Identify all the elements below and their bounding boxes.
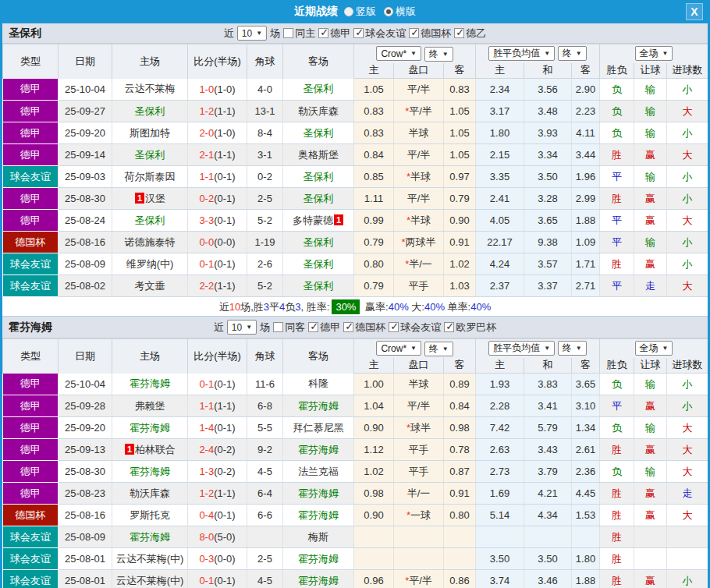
checkbox-icon[interactable] xyxy=(283,28,293,38)
odds-group-header: Crow*▼ 终▼ xyxy=(354,339,476,358)
avg-home-cell: 4.24 xyxy=(476,253,524,275)
league-checkbox[interactable]: 德国杯 xyxy=(409,27,451,41)
odds-away-cell: 0.90 xyxy=(444,210,476,232)
home-team-cell: 圣保利 xyxy=(112,101,188,122)
league-checkbox[interactable]: 球会友谊 xyxy=(389,321,441,335)
odds-stage-dropdown[interactable]: 终▼ xyxy=(424,342,453,356)
same-venue-checkbox[interactable]: 同主 xyxy=(283,27,315,41)
bookmaker-dropdown[interactable]: Crow*▼ xyxy=(376,46,421,61)
team-name: 奥格斯堡 xyxy=(298,149,339,161)
date-cell: 25-08-30 xyxy=(59,461,112,483)
home-team-cell: 1汉堡 xyxy=(112,188,188,210)
result-handicap-cell xyxy=(634,526,667,548)
summary-text: 场,胜 xyxy=(240,301,264,313)
result-wdl-cell: 胜 xyxy=(600,188,634,210)
type-cell: 球会友谊 xyxy=(3,548,59,570)
result-wdl-cell: 平 xyxy=(600,232,634,253)
result-handicap-cell: 输 xyxy=(634,166,667,188)
avg-stage-dropdown[interactable]: 终▼ xyxy=(558,46,587,61)
team-name: 圣保利 xyxy=(135,214,165,226)
corners-cell xyxy=(247,526,283,548)
handicap-text: 一球 xyxy=(410,509,431,521)
checkbox-label: 球会友谊 xyxy=(400,321,441,335)
halftime-score: (1-1) xyxy=(214,280,235,292)
odds-away-cell: 0.97 xyxy=(444,166,476,188)
home-team-cell: 云达不莱梅(中) xyxy=(112,548,188,570)
checkbox-icon[interactable] xyxy=(273,322,283,332)
checkbox-icon[interactable] xyxy=(409,28,419,38)
checkbox-icon[interactable] xyxy=(389,322,399,332)
avg-dropdown[interactable]: 胜平负均值▼ xyxy=(488,46,555,61)
avg-away-cell: 4.11 xyxy=(572,122,600,144)
odds-away-cell: 0.91 xyxy=(444,483,476,505)
result-handicap-cell: 赢 xyxy=(634,188,667,210)
league-checkbox[interactable]: 球会友谊 xyxy=(353,27,406,41)
col-date: 日期 xyxy=(59,44,112,79)
league-checkbox[interactable]: 德乙 xyxy=(454,27,486,41)
result-goals-cell: 小 xyxy=(667,188,708,210)
score-cell: 2-4(0-2) xyxy=(188,439,247,461)
score-cell: 2-1(1-1) xyxy=(188,144,247,166)
handicap-cell: 平/半 xyxy=(394,188,444,210)
result-goals-cell: 大 xyxy=(667,275,708,297)
odds-away-cell xyxy=(444,548,476,570)
avg-draw-cell: 4.21 xyxy=(524,483,572,505)
checkbox-icon[interactable] xyxy=(308,322,318,332)
fulltime-dropdown[interactable]: 全场▼ xyxy=(635,46,673,61)
avg-stage-dropdown[interactable]: 终▼ xyxy=(558,341,587,356)
odds-away-cell: 1.05 xyxy=(444,122,476,144)
score-cell: 1-3(0-2) xyxy=(188,461,247,483)
same-venue-checkbox[interactable]: 同客 xyxy=(273,321,305,335)
odds-home-cell: 1.00 xyxy=(354,374,394,395)
avg-away-cell: 2.71 xyxy=(572,275,600,297)
result-goals-cell xyxy=(667,526,708,548)
checkbox-label: 德国杯 xyxy=(355,321,385,335)
avg-away-cell: 1.88 xyxy=(572,210,600,232)
col-away: 客场 xyxy=(283,44,354,79)
odds-home-cell: 0.79 xyxy=(354,275,394,297)
avg-home-cell: 2.34 xyxy=(476,79,524,101)
league-checkbox[interactable]: 德甲 xyxy=(318,27,350,41)
result-goals-cell: 大 xyxy=(667,461,708,483)
team-name: 圣保利 xyxy=(304,280,334,292)
checkbox-icon[interactable] xyxy=(343,322,353,332)
radio-icon[interactable] xyxy=(344,7,353,16)
result-group-header: 全场▼ xyxy=(600,44,708,63)
type-cell: 德甲 xyxy=(3,122,59,144)
odds-home-cell xyxy=(354,548,394,570)
league-checkbox[interactable]: 德国杯 xyxy=(343,321,385,335)
close-button[interactable]: X xyxy=(686,3,703,20)
fulltime-dropdown[interactable]: 全场▼ xyxy=(635,341,673,356)
home-team-cell: 诺德施泰特 xyxy=(112,232,188,253)
type-cell: 德国杯 xyxy=(3,232,59,253)
checkbox-icon[interactable] xyxy=(353,28,364,38)
odds-away-cell: 1.03 xyxy=(444,275,476,297)
away-team-cell: 霍芬海姆 xyxy=(283,505,354,526)
league-checkbox[interactable]: 欧罗巴杯 xyxy=(444,321,496,335)
checkbox-icon[interactable] xyxy=(318,28,328,38)
handicap-text: 半球 xyxy=(409,378,429,390)
odds-home-cell: 0.98 xyxy=(354,483,394,505)
match-count-select[interactable]: 10▼ xyxy=(237,26,267,41)
version-radio[interactable]: 竖版 xyxy=(344,5,376,19)
fulltime-score: 2-4 xyxy=(199,444,214,455)
result-wdl-cell: 胜 xyxy=(600,144,634,166)
radio-label: 竖版 xyxy=(356,5,376,19)
odds-home-cell: 1.04 xyxy=(354,395,394,417)
match-count-select[interactable]: 10▼ xyxy=(227,320,257,335)
result-goals-cell: 大 xyxy=(667,439,708,461)
handicap-cell: *两球半 xyxy=(394,232,444,253)
score-cell: 1-2(1-1) xyxy=(188,101,247,122)
date-cell: 25-09-13 xyxy=(59,439,112,461)
league-checkbox[interactable]: 德甲 xyxy=(308,321,340,335)
version-radio[interactable]: 横版 xyxy=(384,5,416,19)
radio-icon[interactable] xyxy=(384,7,393,16)
checkbox-label: 同主 xyxy=(295,27,315,41)
checkbox-icon[interactable] xyxy=(444,322,454,332)
team-name: 考文垂 xyxy=(135,280,165,292)
checkbox-icon[interactable] xyxy=(454,28,464,38)
bookmaker-dropdown[interactable]: Crow*▼ xyxy=(376,341,421,356)
avg-dropdown[interactable]: 胜平负均值▼ xyxy=(488,341,555,356)
avg-away-cell: 4.45 xyxy=(572,483,600,505)
odds-stage-dropdown[interactable]: 终▼ xyxy=(424,47,453,62)
